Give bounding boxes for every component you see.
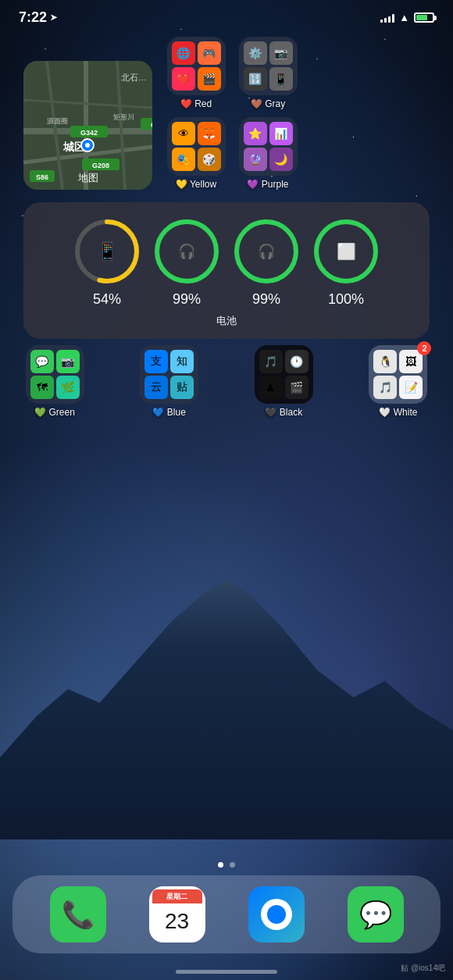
folder-app: 🌿 bbox=[56, 376, 80, 399]
folder-app: 🦊 bbox=[198, 122, 221, 145]
purple-folder-item[interactable]: ⭐ 📊 🔮 🌙 💜 Purple bbox=[237, 117, 299, 190]
blue-folder-icon: 支 知 云 贴 bbox=[140, 345, 198, 404]
folder-app: 🎬 bbox=[198, 67, 221, 91]
gray-folder-label: 🤎 Gray bbox=[251, 98, 285, 109]
yellow-folder-label: 💛 Yellow bbox=[176, 179, 216, 190]
battery-fill bbox=[416, 15, 427, 20]
gray-folder-item[interactable]: ⚙️ 📷 🔢 📱 🤎 Gray bbox=[237, 37, 299, 109]
black-folder-item[interactable]: 🎵 🕐 ♟ 🎬 🖤 Black bbox=[252, 345, 315, 418]
folder-app: 🗺 bbox=[30, 376, 54, 399]
app-area: G342 G342 G208 S86 城区 源圆圈 矩形川 bbox=[0, 29, 453, 435]
map-widget[interactable]: G342 G342 G208 S86 城区 源圆圈 矩形川 bbox=[23, 61, 152, 190]
folder-app: 🔢 bbox=[244, 67, 267, 91]
white-folder-item[interactable]: 🐧 🖼 🎵 📝 2 🤍 White bbox=[367, 345, 430, 418]
folder-app: 🎵 bbox=[259, 350, 283, 373]
dock-findmy[interactable] bbox=[248, 886, 305, 943]
folder-app: 🎭 bbox=[172, 148, 195, 171]
blue-folder-label: 💙 Blue bbox=[152, 407, 185, 418]
folder-app: 📷 bbox=[56, 350, 80, 373]
dock-calendar[interactable]: 星期二 23 bbox=[149, 886, 205, 943]
folder-app: 🕐 bbox=[285, 350, 309, 373]
yellow-folder-icon: 👁 🦊 🎭 🎲 bbox=[167, 117, 226, 176]
green-folder-icon: 💬 📷 🗺 🌿 bbox=[26, 345, 84, 404]
phone-icon: 📞 bbox=[62, 899, 95, 930]
battery-icon-iphone: 📱 bbox=[97, 241, 118, 262]
svg-point-22 bbox=[85, 143, 90, 148]
folder-app: ♟ bbox=[259, 376, 283, 399]
status-time: 7:22 ➤ bbox=[19, 9, 57, 26]
time-display: 7:22 bbox=[19, 9, 47, 26]
green-folder-item[interactable]: 💬 📷 🗺 🌿 💚 Green bbox=[23, 345, 86, 418]
battery-percent-airpods1: 99% bbox=[173, 291, 201, 308]
row1-yellow-purple: 👁 🦊 🎭 🎲 💛 Yellow ⭐ 📊 🔮 � bbox=[165, 117, 430, 190]
folder-app: 📝 bbox=[399, 376, 423, 399]
battery-percent-case: 100% bbox=[328, 291, 364, 308]
battery-icon-case: ⬜ bbox=[337, 242, 356, 261]
green-folder-label: 💚 Green bbox=[34, 407, 75, 418]
bottom-bar bbox=[0, 953, 453, 980]
battery-percent-iphone: 54% bbox=[93, 291, 121, 308]
folder-app: ❤️ bbox=[172, 67, 195, 91]
folder-app: 📱 bbox=[269, 67, 293, 91]
signal-bar-3 bbox=[388, 16, 391, 23]
dock-messages[interactable]: 💬 bbox=[348, 886, 404, 943]
white-folder-icon: 🐧 🖼 🎵 📝 2 bbox=[369, 345, 427, 404]
folder-app: ⭐ bbox=[244, 122, 267, 145]
folder-app: 🌙 bbox=[269, 148, 293, 171]
battery-item-airpods1: 🎧 99% bbox=[152, 216, 222, 308]
findmy-circle bbox=[261, 899, 292, 930]
yellow-folder-item[interactable]: 👁 🦊 🎭 🎲 💛 Yellow bbox=[165, 117, 227, 190]
svg-text:北石…: 北石… bbox=[121, 73, 147, 82]
purple-folder-label: 💜 Purple bbox=[247, 179, 288, 190]
badge-white-folder: 2 bbox=[417, 341, 431, 355]
red-folder-label: ❤️ Red bbox=[180, 98, 212, 109]
calendar-date: 23 bbox=[165, 911, 189, 932]
folder-app: 🐧 bbox=[373, 350, 397, 373]
battery-status bbox=[414, 12, 434, 23]
calendar-header: 星期二 bbox=[152, 889, 202, 903]
page-dots bbox=[0, 862, 453, 868]
folder-app: 云 bbox=[144, 376, 168, 399]
folder-app: 📷 bbox=[269, 41, 293, 65]
white-folder-label: 🤍 White bbox=[379, 407, 417, 418]
folder-app: 知 bbox=[170, 350, 194, 373]
red-folder-item[interactable]: 🌐 🎮 ❤️ 🎬 ❤️ Red bbox=[165, 37, 227, 109]
folder-app: 贴 bbox=[170, 376, 194, 399]
battery-percent-airpods2: 99% bbox=[252, 291, 280, 308]
screen-content: 7:22 ➤ ▲ bbox=[0, 0, 453, 980]
battery-item-case: ⬜ 100% bbox=[311, 216, 381, 308]
folder-app: 👁 bbox=[172, 122, 195, 145]
svg-text:G342: G342 bbox=[151, 121, 152, 129]
wifi-icon: ▲ bbox=[399, 12, 409, 23]
signal-bar-4 bbox=[392, 14, 394, 23]
page-dot-1 bbox=[218, 862, 223, 868]
findmy-dot bbox=[267, 905, 286, 924]
dock-phone[interactable]: 📞 bbox=[50, 886, 106, 943]
battery-circle-iphone: 📱 bbox=[72, 216, 142, 287]
folder-app: 📊 bbox=[269, 122, 293, 145]
svg-text:源圆圈: 源圆圈 bbox=[47, 117, 68, 125]
black-folder-label: 🖤 Black bbox=[265, 407, 302, 418]
battery-icon-airpods2: 🎧 bbox=[258, 243, 275, 260]
dock: 📞 星期二 23 💬 bbox=[12, 875, 441, 953]
home-indicator bbox=[176, 970, 277, 974]
svg-text:G342: G342 bbox=[80, 129, 98, 137]
battery-circles: 📱 54% 🎧 99% bbox=[39, 216, 414, 308]
home-row-3: 💬 📷 🗺 🌿 💚 Green 支 知 云 贴 💙 Blue bbox=[23, 345, 430, 418]
folder-app: 🎵 bbox=[373, 376, 397, 399]
battery-item-airpods2: 🎧 99% bbox=[231, 216, 301, 308]
folder-app: ⚙️ bbox=[244, 41, 267, 65]
red-folder-icon: 🌐 🎮 ❤️ 🎬 bbox=[167, 37, 226, 95]
row1-right: 🌐 🎮 ❤️ 🎬 ❤️ Red ⚙️ 📷 🔢 📱 bbox=[165, 37, 430, 190]
messages-icon: 💬 bbox=[359, 899, 392, 930]
calendar-day-label: 星期二 bbox=[166, 892, 187, 902]
signal-icon bbox=[380, 13, 394, 23]
status-bar: 7:22 ➤ ▲ bbox=[0, 0, 453, 29]
folder-app: 🎮 bbox=[198, 41, 221, 65]
battery-circle-airpods1: 🎧 bbox=[152, 216, 222, 287]
purple-folder-icon: ⭐ 📊 🔮 🌙 bbox=[239, 117, 298, 176]
blue-folder-item[interactable]: 支 知 云 贴 💙 Blue bbox=[138, 345, 201, 418]
battery-icon-airpods1: 🎧 bbox=[178, 243, 195, 260]
battery-item-iphone: 📱 54% bbox=[72, 216, 142, 308]
battery-widget: 📱 54% 🎧 99% bbox=[23, 202, 430, 339]
